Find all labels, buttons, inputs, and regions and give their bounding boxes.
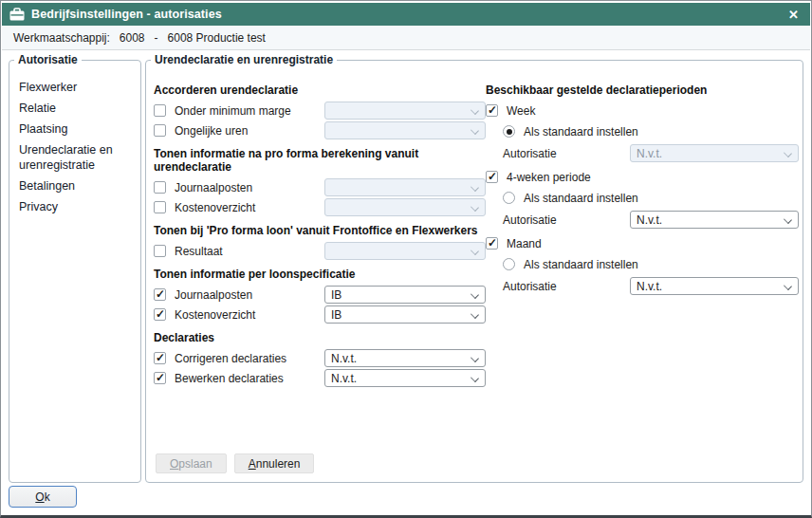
ok-button[interactable]: Ok: [9, 486, 77, 508]
setting-row-bewerken-declaraties: Bewerken declaraties N.v.t.: [154, 369, 486, 387]
default-row-maand: Als standaard instellen: [503, 255, 799, 273]
checkbox-maand[interactable]: [486, 237, 498, 250]
sidebar-item-relatie[interactable]: Relatie: [19, 101, 133, 116]
chevron-down-icon: [471, 126, 479, 135]
checkbox-kostenoverzicht-loonspec[interactable]: [154, 308, 166, 321]
sidebar-item-betalingen[interactable]: Betalingen: [19, 178, 133, 194]
checkbox-journaalposten-loonspec[interactable]: [154, 288, 166, 301]
autorisatie-label: Autorisatie: [503, 280, 628, 293]
setting-label: Journaalposten: [175, 288, 295, 302]
setting-label: Kostenoverzicht: [175, 308, 295, 322]
setting-row-journaalposten-proforma: Journaalposten: [154, 178, 486, 196]
setting-row-onder-minimum-marge: Onder minimum marge: [154, 102, 486, 120]
section-title-proforma-loon: Tonen bij 'Pro forma loon' vanuit Fronto…: [154, 224, 486, 237]
setting-label: Bewerken declaraties: [175, 372, 295, 385]
sidebar-item-urendeclaratie[interactable]: Urendeclaratie en urenregistratie: [19, 142, 133, 173]
werkmaatschappij-code: 6008: [120, 31, 145, 45]
dropdown-onder-minimum-marge[interactable]: [324, 102, 486, 120]
radio-label: Als standaard instellen: [524, 258, 638, 271]
checkbox-onder-minimum-marge[interactable]: [154, 104, 166, 117]
dropdown-value: N.v.t.: [331, 372, 357, 385]
dropdown-journaalposten-loonspec[interactable]: IB: [324, 286, 486, 304]
chevron-down-icon: [784, 215, 792, 224]
checkbox-resultaat[interactable]: [154, 245, 166, 257]
close-icon[interactable]: ✕: [784, 8, 803, 22]
werkmaatschappij-separator: -: [155, 31, 158, 45]
setting-label: Onder minimum marge: [175, 104, 295, 118]
setting-row-ongelijke-uren: Ongelijke uren: [154, 121, 486, 139]
radio-standaard-maand[interactable]: [503, 258, 515, 270]
settings-column-right: Beschikbaar gestelde declaratieperioden …: [486, 61, 799, 301]
chevron-down-icon: [784, 282, 792, 290]
checkbox-bewerken-declaraties[interactable]: [154, 372, 166, 384]
title-bar: Bedrijfsinstellingen - autorisaties ✕: [2, 3, 810, 26]
chevron-down-icon: [471, 203, 479, 212]
chevron-down-icon: [471, 374, 479, 382]
section-title-declaratieperioden: Beschikbaar gestelde declaratieperioden: [486, 83, 799, 97]
setting-label: Resultaat: [175, 245, 295, 258]
sidebar-group: Autorisatie Flexwerker Relatie Plaatsing…: [9, 60, 141, 483]
werkmaatschappij-company: 6008 Productie test: [168, 31, 266, 45]
form-actions: Opslaan Annuleren: [156, 453, 314, 473]
chevron-down-icon: [471, 354, 479, 362]
section-title-loonspecificatie: Tonen informatie per loonspecificatie: [154, 268, 486, 281]
setting-row-journaalposten-loonspec: Journaalposten IB: [154, 286, 486, 304]
checkbox-4weken[interactable]: [486, 171, 498, 183]
autorisatie-row-week: Autorisatie N.v.t.: [503, 143, 799, 163]
autorisatie-label: Autorisatie: [503, 213, 628, 227]
chevron-down-icon: [471, 247, 479, 255]
sidebar-item-privacy[interactable]: Privacy: [19, 199, 133, 214]
period-label: Week: [507, 104, 535, 118]
dropdown-value: IB: [331, 288, 341, 302]
dropdown-ongelijke-uren[interactable]: [324, 121, 486, 139]
dropdown-autorisatie-4weken[interactable]: N.v.t.: [630, 211, 799, 229]
chevron-down-icon: [784, 149, 792, 157]
checkbox-journaalposten-proforma[interactable]: [154, 181, 166, 194]
setting-row-corrigeren-declaraties: Corrigeren declaraties N.v.t.: [154, 349, 486, 367]
autorisatie-label: Autorisatie: [503, 147, 628, 160]
radio-standaard-week[interactable]: [503, 125, 515, 138]
dropdown-journaalposten-proforma[interactable]: [324, 178, 486, 196]
dropdown-autorisatie-week[interactable]: N.v.t.: [630, 144, 799, 162]
dropdown-value: N.v.t.: [331, 352, 357, 365]
dialog-window: Bedrijfsinstellingen - autorisaties ✕ We…: [0, 0, 812, 518]
save-button[interactable]: Opslaan: [156, 453, 227, 473]
chevron-down-icon: [471, 183, 479, 192]
chevron-down-icon: [471, 106, 479, 115]
checkbox-week[interactable]: [486, 104, 498, 117]
dropdown-bewerken-declaraties[interactable]: N.v.t.: [324, 369, 486, 387]
autorisatie-row-4weken: Autorisatie N.v.t.: [503, 210, 799, 230]
sidebar-legend: Autorisatie: [14, 53, 82, 66]
chevron-down-icon: [471, 310, 479, 319]
dropdown-kostenoverzicht-loonspec[interactable]: IB: [324, 305, 486, 324]
checkbox-ongelijke-uren[interactable]: [154, 124, 166, 137]
setting-row-kostenoverzicht-loonspec: Kostenoverzicht IB: [154, 305, 486, 324]
sidebar-nav: Flexwerker Relatie Plaatsing Urendeclara…: [9, 61, 140, 214]
dropdown-kostenoverzicht-proforma[interactable]: [324, 198, 486, 216]
dropdown-autorisatie-maand[interactable]: N.v.t.: [630, 277, 799, 295]
dropdown-resultaat[interactable]: [324, 242, 486, 260]
section-title-accorderen: Accorderen urendeclaratie: [154, 83, 486, 97]
dropdown-value: N.v.t.: [637, 147, 662, 160]
dropdown-corrigeren-declaraties[interactable]: N.v.t.: [324, 349, 486, 367]
setting-label: Kostenoverzicht: [175, 201, 295, 214]
radio-standaard-4weken[interactable]: [503, 192, 515, 204]
context-bar: Werkmaatschappij: 6008 - 6008 Productie …: [2, 26, 810, 50]
checkbox-corrigeren-declaraties[interactable]: [154, 352, 166, 364]
sidebar-item-plaatsing[interactable]: Plaatsing: [19, 121, 133, 137]
period-row-maand: Maand: [486, 234, 799, 252]
cancel-button[interactable]: Annuleren: [234, 453, 315, 473]
checkbox-kostenoverzicht-proforma[interactable]: [154, 201, 166, 213]
chevron-down-icon: [471, 290, 479, 299]
period-row-4weken: 4-weken periode: [486, 168, 799, 186]
autorisatie-row-maand: Autorisatie N.v.t.: [503, 276, 799, 296]
period-label: 4-weken periode: [507, 171, 591, 184]
default-row-week: Als standaard instellen: [503, 122, 799, 140]
period-label: Maand: [507, 237, 542, 250]
dropdown-value: N.v.t.: [637, 213, 662, 227]
sidebar-item-flexwerker[interactable]: Flexwerker: [19, 80, 133, 95]
briefcase-icon: [9, 8, 25, 21]
werkmaatschappij-label: Werkmaatschappij:: [13, 31, 110, 45]
radio-label: Als standaard instellen: [524, 192, 638, 205]
settings-column-left: Accorderen urendeclaratie Onder minimum …: [154, 61, 486, 389]
